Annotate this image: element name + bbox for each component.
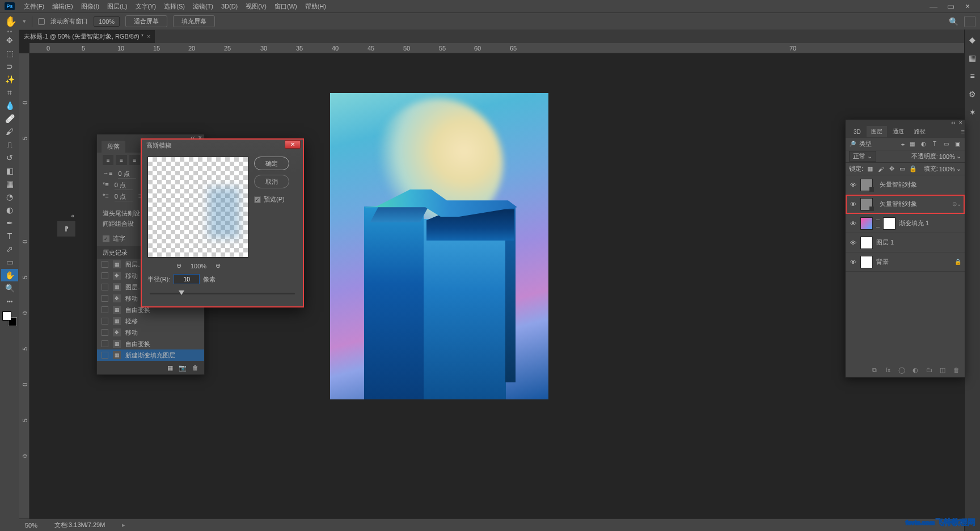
document-tab[interactable]: 未标题-1 @ 50% (矢量智能对象, RGB/8#) * × — [19, 30, 155, 43]
cancel-button[interactable]: 取消 — [254, 175, 289, 188]
type-tool[interactable]: T — [1, 230, 18, 242]
scroll-all-checkbox[interactable] — [38, 18, 45, 25]
lasso-tool[interactable]: ⊃ — [1, 60, 18, 73]
layer-row[interactable]: 👁矢量智能对象 — [846, 175, 965, 195]
filter-pixel-icon[interactable]: ▦ — [908, 140, 916, 148]
paragraph-panel-icon[interactable]: ⁋ — [65, 225, 69, 233]
tab-channels[interactable]: 通道 — [888, 126, 909, 137]
window-minimize[interactable]: — — [926, 2, 941, 11]
new-adjustment-icon[interactable]: ◐ — [911, 366, 919, 374]
menu-3d[interactable]: 3D(D) — [218, 3, 241, 10]
healing-tool[interactable]: 🩹 — [1, 112, 18, 125]
shape-tool[interactable]: ▭ — [1, 256, 18, 268]
layer-row[interactable]: 👁图层 1 — [846, 233, 965, 252]
status-doc-size[interactable]: 文档:3.13M/7.29M — [54, 521, 105, 529]
lock-all-icon[interactable]: 🔒 — [909, 165, 917, 173]
align-center-icon[interactable]: ≡ — [116, 155, 126, 165]
magic-wand-tool[interactable]: ✨ — [1, 73, 18, 86]
layer-thumb[interactable] — [860, 217, 873, 230]
ok-button[interactable]: 确定 — [254, 157, 289, 170]
path-select-tool[interactable]: ⬀ — [1, 243, 18, 255]
foreground-color[interactable] — [2, 311, 11, 321]
zoom-in-icon[interactable]: ⊕ — [216, 262, 221, 269]
zoom-tool[interactable]: 🔍 — [1, 282, 18, 294]
lock-position-icon[interactable]: ✥ — [888, 165, 895, 173]
layer-name[interactable]: 渐变填充 1 — [899, 219, 961, 227]
menu-window[interactable]: 窗口(W) — [271, 2, 301, 11]
fill-screen-button[interactable]: 填充屏幕 — [173, 15, 215, 27]
paragraph-tab[interactable]: 段落 — [102, 141, 125, 153]
menu-edit[interactable]: 编辑(E) — [49, 2, 77, 11]
menu-type[interactable]: 文字(Y) — [132, 2, 160, 11]
pen-tool[interactable]: ✒ — [1, 217, 18, 229]
history-item[interactable]: ▦自由变换 — [97, 338, 204, 349]
filter-shape-icon[interactable]: ▭ — [942, 140, 950, 148]
layer-name[interactable]: 图层 1 — [876, 238, 961, 247]
blur-tool[interactable]: ◔ — [1, 191, 18, 203]
dialog-close-button[interactable]: ✕ — [285, 140, 301, 149]
visibility-icon[interactable]: 👁 — [849, 239, 857, 246]
filter-type-icon[interactable]: T — [931, 140, 939, 148]
eraser-tool[interactable]: ◧ — [1, 165, 18, 177]
workspace-switcher[interactable] — [964, 16, 975, 27]
color-panel-icon[interactable]: ◆ — [967, 34, 978, 45]
properties-panel-icon[interactable]: ✶ — [967, 107, 978, 118]
stamp-tool[interactable]: ⎍ — [1, 138, 18, 151]
layer-row[interactable]: 👁矢量智能对象⊙⌄ — [846, 195, 965, 214]
gradient-tool[interactable]: ▦ — [1, 178, 18, 190]
brush-tool[interactable]: 🖌 — [1, 125, 18, 138]
panel-menu-icon[interactable]: ≡ — [961, 128, 965, 135]
tab-3d[interactable]: 3D — [849, 127, 865, 137]
link-layers-icon[interactable]: ⧉ — [871, 366, 878, 374]
collapsed-dock[interactable]: ⁋ — [57, 220, 76, 237]
layer-thumb[interactable] — [860, 256, 873, 268]
add-mask-icon[interactable]: ◯ — [898, 366, 906, 374]
lock-transparent-icon[interactable]: ▦ — [866, 165, 874, 173]
layer-fx-icon[interactable]: fx — [884, 366, 892, 374]
visibility-icon[interactable]: 👁 — [849, 201, 857, 208]
status-zoom[interactable]: 50% — [25, 522, 37, 529]
menu-layer[interactable]: 图层(L) — [104, 2, 130, 11]
edit-toolbar[interactable]: ••• — [1, 295, 18, 307]
menu-select[interactable]: 选择(S) — [160, 2, 188, 11]
layer-name[interactable]: 背景 — [876, 258, 951, 266]
layer-mask-thumb[interactable] — [883, 217, 895, 230]
layer-row[interactable]: 👁背景🔒 — [846, 252, 965, 272]
menu-view[interactable]: 视图(V) — [242, 2, 270, 11]
eyedropper-tool[interactable]: 💧 — [1, 99, 18, 112]
history-new-doc-icon[interactable]: ▦ — [167, 364, 173, 372]
panel-close-icon[interactable]: × — [959, 119, 962, 126]
history-item[interactable]: ▦轻移 — [97, 315, 204, 327]
tab-paths[interactable]: 路径 — [910, 126, 930, 137]
layer-row[interactable]: 👁渐变填充 1 — [846, 214, 965, 233]
history-brush-tool[interactable]: ↺ — [1, 151, 18, 164]
menu-help[interactable]: 帮助(H) — [302, 2, 330, 11]
opacity-value[interactable]: 100% — [939, 153, 955, 160]
menu-image[interactable]: 图像(I) — [78, 2, 103, 11]
history-delete-icon[interactable]: 🗑 — [192, 364, 198, 371]
visibility-icon[interactable]: 👁 — [849, 220, 857, 227]
visibility-icon[interactable]: 👁 — [849, 259, 857, 266]
window-close[interactable]: × — [960, 2, 975, 11]
adjustments-panel-icon[interactable]: ≡ — [967, 70, 978, 82]
align-right-icon[interactable]: ≡ — [129, 155, 140, 165]
close-document-icon[interactable]: × — [147, 33, 150, 40]
color-swatches[interactable] — [2, 311, 17, 326]
blend-mode-dropdown[interactable]: 正常 ⌄ — [849, 151, 876, 162]
styles-panel-icon[interactable]: ⚙ — [967, 88, 978, 100]
zoom-out-icon[interactable]: ⊖ — [176, 262, 181, 269]
tab-layers[interactable]: 图层 — [867, 126, 887, 137]
visibility-icon[interactable]: 👁 — [849, 182, 857, 188]
window-maximize[interactable]: ▭ — [943, 2, 958, 11]
filter-kind-dropdown[interactable]: 类型÷ — [859, 140, 905, 148]
new-layer-icon[interactable]: ◫ — [939, 366, 947, 374]
filter-smart-icon[interactable]: ▣ — [953, 140, 961, 148]
filter-adjust-icon[interactable]: ◐ — [919, 140, 927, 148]
lock-artboard-icon[interactable]: ▭ — [898, 165, 906, 173]
preview-checkbox[interactable]: ✓ — [254, 196, 261, 203]
history-item[interactable]: ▦新建渐变填充图层 — [97, 349, 204, 361]
search-icon[interactable]: 🔍 — [949, 17, 958, 26]
new-group-icon[interactable]: 🗀 — [925, 366, 933, 374]
fill-value[interactable]: 100% — [939, 166, 955, 172]
radius-input[interactable] — [174, 274, 200, 284]
